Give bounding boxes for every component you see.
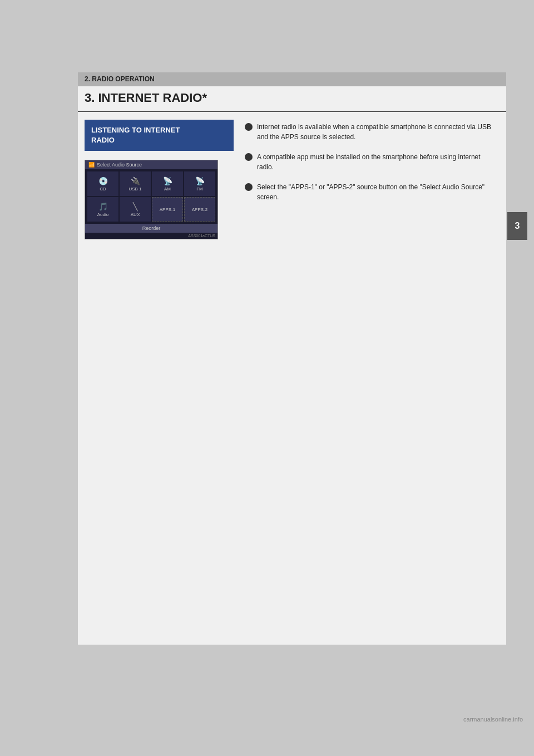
listening-title-line1: LISTENING TO INTERNET: [91, 126, 180, 134]
apps2-label: APPS-2: [192, 207, 207, 212]
screen-cell-aux: ╲ AUX: [120, 197, 151, 222]
screen-cell-apps1: APPS-1: [152, 197, 183, 222]
bullet-item-3: Select the "APPS-1" or "APPS-2" source b…: [245, 182, 498, 202]
screen-cell-apps2: APPS-2: [184, 197, 215, 222]
apps1-label: APPS-1: [160, 207, 175, 212]
cd-label: CD: [100, 186, 106, 192]
audio-icon: 🎵: [98, 202, 108, 211]
bullet-dot-3: [245, 183, 253, 191]
listening-box: LISTENING TO INTERNET RADIO: [85, 120, 234, 151]
page-container: 2. RADIO OPERATION 3. INTERNET RADIO* LI…: [0, 0, 534, 756]
content-area: 2. RADIO OPERATION 3. INTERNET RADIO* LI…: [78, 72, 506, 645]
bullet-text-2: A compatible app must be installed on th…: [257, 152, 498, 172]
main-body: LISTENING TO INTERNET RADIO 📶 Select Aud…: [78, 112, 506, 247]
chapter-title: 3. INTERNET RADIO*: [85, 91, 207, 105]
chapter-header: 3. INTERNET RADIO*: [78, 86, 506, 112]
screen-title-text: Select Audio Source: [97, 162, 142, 168]
bullet-item-2: A compatible app must be installed on th…: [245, 152, 498, 172]
screen-cell-am: 📡 AM: [152, 171, 183, 196]
bullet-text-3: Select the "APPS-1" or "APPS-2" source b…: [257, 182, 498, 202]
left-column: LISTENING TO INTERNET RADIO 📶 Select Aud…: [78, 112, 239, 247]
bullet-dot-2: [245, 153, 253, 161]
section-header-text: 2. RADIO OPERATION: [85, 75, 155, 83]
section-header: 2. RADIO OPERATION: [78, 72, 506, 86]
am-label: AM: [164, 186, 171, 192]
aux-label: AUX: [131, 212, 140, 217]
screen-reorder-bar: Reorder: [85, 224, 217, 233]
usb1-icon: 🔌: [131, 176, 140, 185]
audio-label: Audio: [97, 212, 108, 217]
bullet-dot-1: [245, 123, 253, 131]
screen-cell-fm: 📡 FM: [184, 171, 215, 196]
screen-cell-usb1: 🔌 USB 1: [120, 171, 151, 196]
screen-image-id: ASS001aCTUS: [85, 233, 217, 239]
screen-image: 📶 Select Audio Source 💿 CD 🔌 USB 1: [85, 160, 218, 239]
screen-cell-cd: 💿 CD: [87, 171, 118, 196]
cd-icon: 💿: [98, 176, 108, 185]
listening-title-line2: RADIO: [91, 136, 115, 144]
screen-grid: 💿 CD 🔌 USB 1 📡 AM 📡: [85, 169, 217, 224]
screen-title-bar: 📶 Select Audio Source: [85, 160, 217, 169]
reorder-label: Reorder: [142, 225, 161, 231]
fm-label: FM: [196, 186, 203, 192]
watermark-text: carmanualsonline.info: [463, 716, 523, 723]
right-column: Internet radio is available when a compa…: [239, 112, 506, 247]
usb1-label: USB 1: [128, 186, 141, 192]
screen-wifi-icon: 📶: [88, 162, 95, 168]
screen-cell-audio: 🎵 Audio: [87, 197, 118, 222]
aux-icon: ╲: [133, 202, 137, 211]
page-tab-number: 3: [515, 221, 520, 231]
fm-icon: 📡: [195, 176, 205, 185]
page-tab: 3: [507, 212, 527, 240]
bottom-bar: carmanualsonline.info: [463, 716, 523, 723]
bullet-text-1: Internet radio is available when a compa…: [257, 122, 498, 142]
am-icon: 📡: [163, 176, 172, 185]
bullet-item-1: Internet radio is available when a compa…: [245, 122, 498, 142]
